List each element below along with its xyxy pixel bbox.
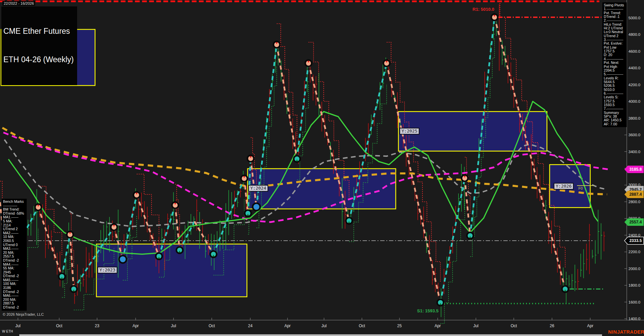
instrument-title-block: CME Ether Futures ETH 04-26 (Weekly) — [1, 6, 77, 85]
time-axis-label: Apr — [587, 323, 594, 328]
price-tag-value: 2557.4 — [629, 220, 642, 224]
year-range-label: Y:2026 — [554, 183, 574, 190]
price-tick-label: 4800.0 — [628, 32, 640, 37]
time-axis-label: Jul — [171, 323, 176, 328]
panel-line: MA3.------ — [3, 247, 25, 251]
price-tick-label: 5000.0 — [628, 16, 640, 20]
panel-line: AF: 7.00 — [604, 122, 625, 126]
price-tag-value: 2333.5 — [629, 238, 642, 243]
panel-line: 1.-------------- — [604, 7, 625, 11]
panel-line: 7.-------------- — [604, 107, 625, 111]
price-tick-label: 2400.0 — [628, 233, 640, 237]
price-tick-label: 4400.0 — [628, 66, 640, 70]
panel-line: 55 MA: — [3, 266, 25, 270]
price-tick-label: 3600.0 — [628, 133, 640, 137]
price-tick-label: 2200.0 — [628, 250, 640, 254]
year-range-label: Y:2025 — [399, 128, 419, 135]
price-tick-label: 1800.0 — [628, 283, 640, 287]
price-tick-label: 4000.0 — [628, 99, 640, 103]
swing-down-segment — [277, 45, 297, 159]
bench-marks-panel: Bench Marks------------BM Trend:DTrend -… — [2, 199, 27, 311]
bottom-divider-strip — [19, 334, 602, 336]
trailing-stop-up-steps — [440, 199, 465, 323]
price-tick-label: 1600.0 — [628, 300, 640, 304]
time-axis-label: Oct — [209, 323, 215, 328]
support-level-label: S1: 1593.5 — [417, 308, 439, 313]
year-range-label: Y:2023 — [97, 267, 117, 273]
panel-line: UTrend 2 — [3, 227, 25, 231]
instrument-name: CME Ether Futures — [3, 26, 74, 36]
swing-pivots-panel: Swing Pivots1.--------------Pvt. Trend:D… — [602, 2, 627, 127]
panel-line: DTrend -2 — [3, 259, 25, 263]
time-axis-label: Oct — [56, 323, 63, 328]
time-axis-label: Jul — [473, 323, 478, 328]
time-axis-label: Oct — [511, 323, 517, 328]
price-tick-label: 1400.0 — [628, 317, 640, 321]
price-chart[interactable]: 5000.04800.04600.04400.04200.04000.03800… — [0, 0, 644, 336]
panel-line: Levels S: — [604, 95, 625, 99]
visible-date-range: 22/2022 - 16/2026 — [2, 1, 35, 6]
swing-down-segment — [175, 205, 180, 250]
trend-dot-marker — [119, 256, 127, 263]
panel-line: Pvt. Next: — [604, 61, 625, 65]
price-tag-value: 2887.4 — [629, 192, 642, 197]
panel-line: Bench Marks — [3, 200, 25, 204]
price-tick-label: 2800.0 — [628, 200, 640, 204]
time-axis-label: Apr — [133, 323, 139, 328]
time-axis-label: 24 — [248, 323, 252, 328]
trailing-stop-up-steps — [349, 84, 387, 242]
time-axis-label: Oct — [359, 323, 365, 328]
price-tick-label: 4600.0 — [628, 49, 640, 53]
panel-line: 5206.5 — [604, 84, 625, 88]
panel-line: AR: 1450.5 — [604, 118, 625, 122]
panel-line: 5 MA: — [3, 219, 25, 223]
price-tick-label: 3400.0 — [628, 150, 640, 154]
time-axis-label: Apr — [284, 323, 291, 328]
ninjatrader-logo: NINJATRADER — [608, 329, 644, 335]
panel-line: 5.-------------- — [604, 72, 625, 76]
price-tick-label: 3800.0 — [628, 116, 640, 120]
time-axis-label: 26 — [550, 323, 554, 328]
price-tick-label: 4200.0 — [628, 83, 640, 87]
time-axis-label: Jul — [321, 323, 326, 328]
f0-level-label: F0 — [578, 186, 583, 190]
copyright-notice: © 2026 NinjaTrader, LLC — [3, 312, 44, 316]
price-tick-label: 2000.0 — [628, 267, 640, 271]
swing-down-segment — [38, 207, 62, 277]
tab-w-eth[interactable]: W ETH — [2, 330, 13, 333]
time-axis-label: Apr — [435, 323, 441, 328]
panel-line: 2060.5 — [3, 239, 25, 243]
time-axis-label: 23 — [95, 323, 99, 328]
price-tag-value: 3185.8 — [629, 167, 642, 172]
panel-line: 3186 — [3, 286, 25, 290]
time-axis-label: Jul — [15, 323, 20, 328]
time-axis-label: 25 — [397, 323, 401, 328]
trend-dot-marker — [253, 203, 260, 211]
resistance-level-label: R1: 5010.0 — [473, 7, 494, 12]
ninjatrader-chart-window: 5000.04800.04600.04400.04200.04000.03800… — [0, 0, 644, 336]
year-range-label: Y:2024 — [248, 185, 268, 192]
trailing-stop-down-steps — [277, 24, 297, 138]
contract-and-period: ETH 04-26 (Weekly) — [3, 55, 74, 64]
panel-line: DTrend -2 — [3, 306, 25, 310]
